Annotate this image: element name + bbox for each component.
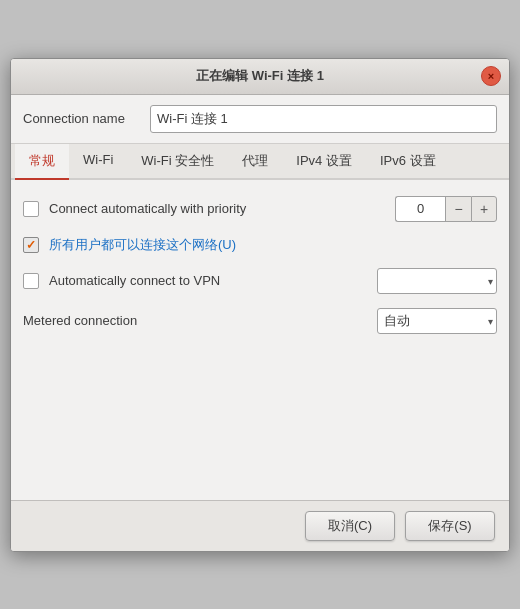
tab-ipv6[interactable]: IPv6 设置	[366, 144, 450, 180]
tab-wifi-security[interactable]: Wi-Fi 安全性	[127, 144, 228, 180]
priority-input[interactable]	[395, 196, 445, 222]
tab-wifi[interactable]: Wi-Fi	[69, 144, 127, 180]
metered-connection-row: Metered connection 自动 是 否 ▾	[23, 308, 497, 334]
save-button[interactable]: 保存(S)	[405, 511, 495, 541]
all-users-label: 所有用户都可以连接这个网络(U)	[49, 236, 236, 254]
priority-group: − +	[395, 196, 497, 222]
general-tab-content: Connect automatically with priority − + …	[11, 180, 509, 500]
auto-vpn-row: Automatically connect to VPN ▾	[23, 268, 497, 294]
tab-general[interactable]: 常规	[15, 144, 69, 180]
tab-ipv4[interactable]: IPv4 设置	[282, 144, 366, 180]
vpn-dropdown-group: ▾	[377, 268, 497, 294]
priority-increment-button[interactable]: +	[471, 196, 497, 222]
auto-vpn-label: Automatically connect to VPN	[49, 273, 220, 288]
tab-proxy[interactable]: 代理	[228, 144, 282, 180]
tabs-bar: 常规 Wi-Fi Wi-Fi 安全性 代理 IPv4 设置 IPv6 设置	[11, 144, 509, 180]
titlebar: 正在编辑 Wi-Fi 连接 1 ×	[11, 59, 509, 95]
metered-dropdown-wrapper: 自动 是 否 ▾	[377, 308, 497, 334]
close-button[interactable]: ×	[481, 66, 501, 86]
metered-connection-dropdown[interactable]: 自动 是 否	[377, 308, 497, 334]
all-users-checkbox[interactable]	[23, 237, 39, 253]
all-users-row: 所有用户都可以连接这个网络(U)	[23, 236, 497, 254]
cancel-button[interactable]: 取消(C)	[305, 511, 395, 541]
edit-connection-dialog: 正在编辑 Wi-Fi 连接 1 × Connection name 常规 Wi-…	[10, 58, 510, 552]
dialog-footer: 取消(C) 保存(S)	[11, 500, 509, 551]
connection-name-row: Connection name	[11, 95, 509, 144]
connection-name-label: Connection name	[23, 111, 138, 126]
connect-auto-priority-checkbox[interactable]	[23, 201, 39, 217]
vpn-dropdown-wrapper: ▾	[377, 268, 497, 294]
dialog-title: 正在编辑 Wi-Fi 连接 1	[196, 67, 324, 85]
connect-auto-priority-row: Connect automatically with priority − +	[23, 196, 497, 222]
connect-auto-priority-label: Connect automatically with priority	[49, 201, 246, 216]
priority-decrement-button[interactable]: −	[445, 196, 471, 222]
connection-name-input[interactable]	[150, 105, 497, 133]
vpn-dropdown[interactable]	[377, 268, 497, 294]
auto-vpn-checkbox[interactable]	[23, 273, 39, 289]
metered-connection-label: Metered connection	[23, 313, 137, 328]
